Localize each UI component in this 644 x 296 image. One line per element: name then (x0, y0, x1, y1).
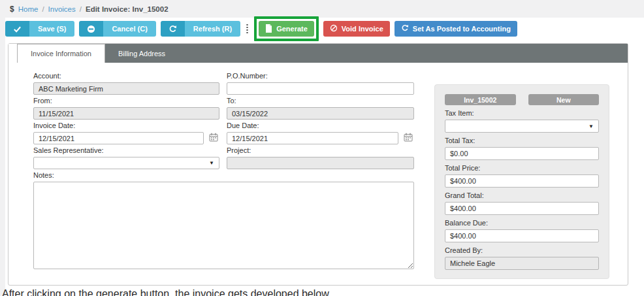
save-button[interactable]: Save (S) (5, 21, 74, 37)
created-by-field: Created By: Michele Eagle (445, 246, 599, 270)
invoice-form: Account: ABC Marketing Firm P.O.Number: … (8, 63, 628, 272)
to-field: To: 03/15/2022 (227, 95, 414, 120)
balance-due-field: Balance Due: $400.00 (445, 219, 599, 242)
total-tax-field: Total Tax: $0.00 (445, 137, 599, 160)
void-slash-circle-icon (330, 24, 338, 33)
project-input (227, 157, 414, 169)
generate-button-label: Generate (276, 25, 308, 33)
account-field: Account: ABC Marketing Firm (33, 70, 219, 95)
po-number-input[interactable] (227, 82, 414, 95)
invoice-date-input[interactable]: 12/15/2021 (33, 132, 204, 144)
due-date-field: Due Date: 12/15/2021 (227, 120, 414, 144)
sales-rep-select[interactable]: ▼ (33, 157, 219, 169)
project-field: Project: (227, 144, 414, 169)
notes-label: Notes: (33, 171, 414, 179)
total-price-label: Total Price: (445, 164, 599, 172)
minus-circle-icon (79, 21, 103, 37)
tax-item-field: Tax Item: ▼ (445, 109, 599, 133)
check-icon (5, 21, 29, 37)
cancel-button-label: Cancel (C) (103, 21, 155, 37)
to-label: To: (227, 97, 414, 105)
status-badge: New (528, 94, 600, 105)
chevron-down-icon: ▼ (588, 123, 594, 129)
created-by-label: Created By: (445, 246, 599, 254)
po-number-field: P.O.Number: (227, 70, 414, 95)
generate-button[interactable]: Generate (259, 21, 314, 37)
tax-item-label: Tax Item: (445, 109, 599, 117)
save-button-label: Save (S) (29, 21, 74, 37)
balance-due-input[interactable]: $400.00 (445, 229, 599, 242)
to-input: 03/15/2022 (227, 107, 414, 120)
tab-billing-address-label: Billing Address (118, 50, 165, 58)
calendar-icon (209, 133, 218, 144)
void-invoice-label: Void Invoice (342, 25, 383, 33)
breadcrumb-link-invoices[interactable]: Invoices (48, 5, 76, 13)
cancel-button[interactable]: Cancel (C) (79, 21, 155, 37)
from-input: 11/15/2021 (33, 107, 219, 120)
from-field: From: 11/15/2021 (33, 95, 219, 120)
account-label: Account: (33, 72, 219, 80)
invoice-card: Invoice Information Billing Address Acco… (8, 43, 628, 286)
total-price-input[interactable]: $400.00 (445, 174, 599, 188)
file-icon (265, 24, 272, 34)
account-input: ABC Marketing Firm (33, 82, 219, 95)
tab-gap (8, 44, 17, 63)
void-invoice-button[interactable]: Void Invoice (323, 21, 390, 37)
page-left-gutter (0, 18, 5, 296)
tax-item-select[interactable]: ▼ (445, 120, 599, 133)
invoice-date-calendar-button[interactable] (208, 133, 219, 144)
refresh-icon (161, 21, 185, 37)
set-as-posted-button[interactable]: Set As Posted to Accounting (394, 21, 517, 37)
dollar-icon: $ (10, 5, 14, 14)
from-label: From: (33, 97, 219, 105)
grand-total-input[interactable]: $400.00 (445, 202, 599, 215)
breadcrumb-separator: / (42, 5, 44, 13)
clipped-caption: After clicking on the generate button, t… (2, 288, 609, 296)
generate-highlight-box: Generate (254, 16, 319, 41)
notes-textarea[interactable] (33, 182, 414, 269)
due-date-label: Due Date: (227, 122, 414, 129)
total-price-field: Total Price: $400.00 (445, 164, 599, 188)
total-tax-input[interactable]: $0.00 (445, 147, 599, 160)
breadcrumb-separator: / (80, 5, 82, 13)
notes-field: Notes: (33, 169, 414, 272)
tab-invoice-information-label: Invoice Information (31, 50, 91, 58)
tab-billing-address[interactable]: Billing Address (105, 44, 178, 63)
invoice-summary-panel: Inv_15002 New Tax Item: ▼ Total Tax: $0.… (434, 84, 609, 279)
sales-rep-field: Sales Representative: ▼ (33, 144, 219, 169)
refresh-button-label: Refresh (R) (185, 21, 240, 37)
breadcrumb: $ Home / Invoices / Edit Invoice: Inv_15… (0, 0, 644, 18)
invoice-date-label: Invoice Date: (33, 122, 219, 129)
grand-total-field: Grand Total: $400.00 (445, 191, 599, 215)
breadcrumb-current-page: Edit Invoice: Inv_15002 (86, 5, 169, 13)
toolbar-grip-handle[interactable] (246, 24, 249, 34)
created-by-input: Michele Eagle (445, 257, 599, 270)
due-date-calendar-button[interactable] (402, 133, 414, 144)
grand-total-label: Grand Total: (445, 191, 599, 199)
total-tax-label: Total Tax: (445, 137, 599, 144)
toolbar: Save (S) Cancel (C) Refresh (R) Generate… (0, 18, 644, 40)
breadcrumb-link-home[interactable]: Home (18, 5, 39, 13)
sales-rep-label: Sales Representative: (33, 146, 219, 154)
po-number-label: P.O.Number: (227, 72, 414, 80)
set-as-posted-label: Set As Posted to Accounting (413, 25, 511, 33)
invoice-date-field: Invoice Date: 12/15/2021 (33, 120, 219, 144)
invoice-number-badge: Inv_15002 (445, 94, 516, 105)
tab-bar: Invoice Information Billing Address (8, 44, 628, 63)
chevron-down-icon: ▼ (209, 160, 214, 166)
sync-icon (401, 24, 409, 33)
due-date-input[interactable]: 12/15/2021 (227, 132, 398, 144)
calendar-icon (404, 133, 413, 144)
tab-bar-fill: Billing Address (105, 44, 628, 63)
balance-due-label: Balance Due: (445, 219, 599, 227)
tab-invoice-information[interactable]: Invoice Information (17, 44, 105, 63)
refresh-button[interactable]: Refresh (R) (161, 21, 240, 37)
project-label: Project: (227, 146, 414, 154)
